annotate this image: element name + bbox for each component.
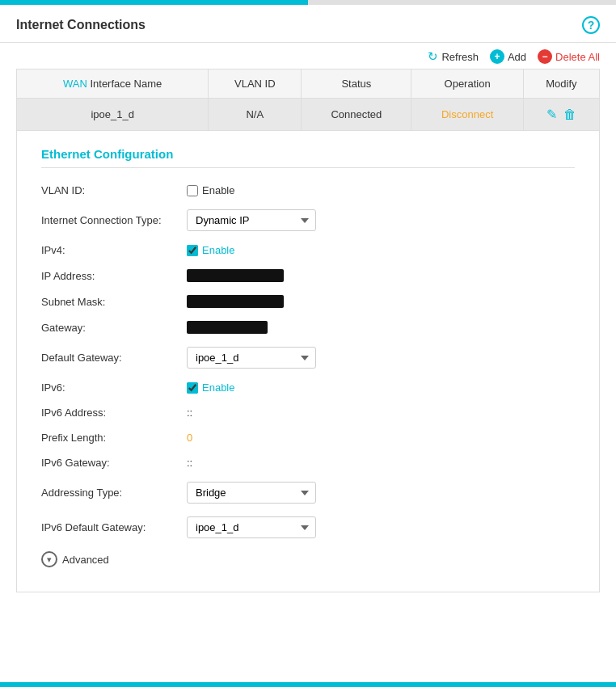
cell-vlan-id: N/A (209, 99, 302, 131)
ipv6-checkbox-wrapper: Enable (187, 381, 234, 394)
ipv6-address-row: IPv6 Address: :: (41, 407, 575, 419)
col-vlan-id: VLAN ID (209, 70, 302, 99)
wan-highlight: WAN (63, 78, 87, 90)
table-row: ipoe_1_d N/A Connected Disconnect ✎ 🗑 (17, 99, 600, 131)
ipv6-row: IPv6: Enable (41, 381, 575, 394)
cell-operation: Disconnect (411, 99, 523, 131)
ipv6-value: Enable (187, 381, 234, 394)
config-panel: Ethernet Configuration VLAN ID: Enable I… (16, 131, 600, 592)
connection-type-label: Internet Connection Type: (41, 214, 187, 226)
ip-address-label: IP Address: (41, 270, 187, 282)
header: Internet Connections ? (0, 5, 616, 43)
advanced-row[interactable]: ▾ Advanced (41, 551, 575, 567)
gateway-value (187, 321, 268, 334)
prefix-length-label: Prefix Length: (41, 432, 187, 444)
prefix-length-text: 0 (187, 432, 192, 444)
ipv6-gateway-text: :: (187, 457, 192, 469)
toolbar: ↻ Refresh + Add − Delete All (16, 43, 600, 69)
subnet-mask-value (187, 295, 284, 308)
config-title: Ethernet Configuration (41, 147, 575, 168)
ipv6-default-gateway-label: IPv6 Default Gateway: (41, 521, 187, 533)
edit-icon[interactable]: ✎ (546, 107, 557, 122)
delete-all-button[interactable]: − Delete All (538, 49, 600, 64)
ipv4-label: IPv4: (41, 244, 187, 256)
prefix-length-value: 0 (187, 432, 192, 444)
ipv6-default-gateway-select[interactable]: ipoe_1_d (187, 516, 316, 538)
ipv4-checkbox[interactable] (187, 245, 198, 256)
advanced-collapse-icon: ▾ (41, 551, 57, 567)
connection-type-row: Internet Connection Type: Dynamic IP Sta… (41, 209, 575, 231)
col-operation: Operation (411, 70, 523, 99)
gateway-redacted (187, 321, 268, 334)
help-icon[interactable]: ? (582, 16, 600, 34)
ipv6-gateway-row: IPv6 Gateway: :: (41, 457, 575, 469)
addressing-type-value: Bridge SLAAC DHCPv6 (187, 482, 316, 504)
prefix-length-row: Prefix Length: 0 (41, 432, 575, 444)
refresh-button[interactable]: ↻ Refresh (428, 49, 479, 64)
subnet-mask-label: Subnet Mask: (41, 296, 187, 308)
ipv4-checkbox-label: Enable (202, 244, 234, 256)
page-title: Internet Connections (16, 18, 146, 32)
vlan-id-row: VLAN ID: Enable (41, 184, 575, 196)
disconnect-button[interactable]: Disconnect (441, 108, 493, 120)
default-gateway-label: Default Gateway: (41, 352, 187, 364)
col-wan-name: WAN Interface Name (17, 70, 209, 99)
ipv6-gateway-value: :: (187, 457, 192, 469)
delete-row-icon[interactable]: 🗑 (563, 107, 576, 122)
ipv6-gateway-label: IPv6 Gateway: (41, 457, 187, 469)
ipv6-address-label: IPv6 Address: (41, 407, 187, 419)
vlan-id-label: VLAN ID: (41, 184, 187, 196)
addressing-type-row: Addressing Type: Bridge SLAAC DHCPv6 (41, 482, 575, 504)
gateway-row: Gateway: (41, 321, 575, 334)
ipv4-checkbox-wrapper: Enable (187, 244, 234, 256)
add-label: Add (508, 51, 526, 63)
add-button[interactable]: + Add (490, 49, 526, 64)
default-gateway-value: ipoe_1_d (187, 347, 316, 369)
gateway-label: Gateway: (41, 322, 187, 334)
col-modify: Modify (523, 70, 599, 99)
ip-address-value (187, 269, 284, 282)
ipv6-label: IPv6: (41, 381, 187, 394)
refresh-label: Refresh (441, 51, 479, 63)
vlan-id-checkbox-wrapper: Enable (187, 184, 234, 196)
default-gateway-row: Default Gateway: ipoe_1_d (41, 347, 575, 369)
table-header-row: WAN Interface Name VLAN ID Status Operat… (17, 70, 600, 99)
connection-type-value: Dynamic IP Static IP PPPoE (187, 209, 316, 231)
ipv6-default-gateway-row: IPv6 Default Gateway: ipoe_1_d (41, 516, 575, 538)
subnet-mask-redacted (187, 295, 284, 308)
subnet-mask-row: Subnet Mask: (41, 295, 575, 308)
ipv6-checkbox-label: Enable (202, 381, 234, 394)
ip-address-row: IP Address: (41, 269, 575, 282)
ipv6-address-value: :: (187, 407, 192, 419)
ip-address-redacted (187, 269, 284, 282)
advanced-label: Advanced (62, 554, 109, 566)
ipv4-row: IPv4: Enable (41, 244, 575, 256)
modify-icons: ✎ 🗑 (530, 107, 593, 122)
cell-wan-name: ipoe_1_d (17, 99, 209, 131)
delete-icon: − (538, 49, 552, 64)
addressing-type-label: Addressing Type: (41, 487, 187, 499)
refresh-icon: ↻ (428, 49, 438, 64)
ipv4-value: Enable (187, 244, 234, 256)
ipv6-checkbox[interactable] (187, 382, 198, 394)
cell-status: Connected (302, 99, 411, 131)
delete-all-label: Delete All (555, 51, 600, 63)
default-gateway-select[interactable]: ipoe_1_d (187, 347, 316, 369)
bottom-bar (0, 682, 616, 687)
vlan-id-value: Enable (187, 184, 234, 196)
main-content: ↻ Refresh + Add − Delete All WAN Interfa… (0, 43, 616, 609)
connections-table: WAN Interface Name VLAN ID Status Operat… (16, 69, 600, 131)
ipv6-default-gateway-value: ipoe_1_d (187, 516, 316, 538)
add-icon: + (490, 49, 504, 64)
vlan-id-checkbox-label: Enable (202, 184, 234, 196)
connection-type-select[interactable]: Dynamic IP Static IP PPPoE (187, 209, 316, 231)
ipv6-address-text: :: (187, 407, 192, 419)
vlan-id-checkbox[interactable] (187, 185, 198, 196)
cell-modify: ✎ 🗑 (523, 99, 599, 131)
col-status: Status (302, 70, 411, 99)
addressing-type-select[interactable]: Bridge SLAAC DHCPv6 (187, 482, 316, 504)
